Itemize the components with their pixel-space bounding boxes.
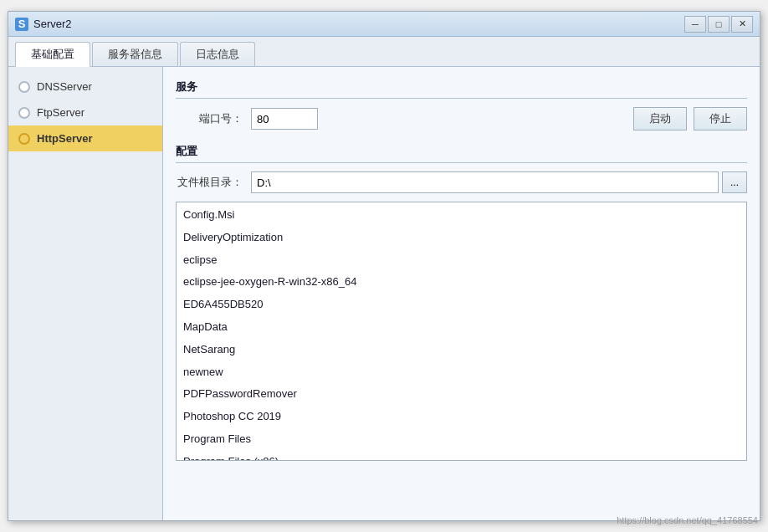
sidebar-dot-dns	[18, 81, 30, 93]
main-window: S Server2 ─ □ ✕ 基础配置 服务器信息 日志信息 DNSServe…	[8, 11, 760, 521]
service-buttons: 启动 停止	[633, 107, 747, 130]
tab-log-info[interactable]: 日志信息	[180, 42, 255, 66]
list-item[interactable]: Program Files	[177, 428, 746, 451]
file-list: Config.MsiDeliveryOptimizationeclipseecl…	[177, 202, 746, 461]
service-section-title: 服务	[176, 79, 747, 99]
window-title: Server2	[33, 18, 684, 30]
stop-button[interactable]: 停止	[694, 107, 747, 130]
tab-basic-config[interactable]: 基础配置	[15, 42, 90, 67]
sidebar-dot-http	[18, 133, 30, 145]
service-section: 服务 端口号： 启动 停止	[176, 79, 747, 130]
window-controls: ─ □ ✕	[684, 16, 753, 33]
path-label: 文件根目录：	[176, 175, 243, 190]
app-icon: S	[15, 18, 28, 31]
sidebar-label-ftp: FtpServer	[37, 106, 84, 119]
list-item[interactable]: eclipse	[177, 249, 746, 272]
port-input[interactable]	[251, 108, 318, 130]
list-item[interactable]: newnew	[177, 361, 746, 384]
minimize-button[interactable]: ─	[684, 16, 706, 33]
list-item[interactable]: PDFPasswordRemover	[177, 383, 746, 406]
list-item[interactable]: Config.Msi	[177, 204, 746, 227]
config-section-title: 配置	[176, 144, 747, 163]
list-item[interactable]: MapData	[177, 316, 746, 339]
sidebar-item-dns[interactable]: DNSServer	[8, 74, 162, 100]
list-item[interactable]: DeliveryOptimization	[177, 227, 746, 249]
port-label: 端口号：	[176, 111, 243, 126]
list-item[interactable]: ED6A455DB520	[177, 294, 746, 316]
list-item[interactable]: NetSarang	[177, 339, 746, 361]
sidebar-item-http[interactable]: HttpServer	[8, 125, 162, 151]
tab-server-info[interactable]: 服务器信息	[92, 42, 178, 66]
sidebar-dot-ftp	[18, 107, 30, 119]
file-list-container[interactable]: Config.MsiDeliveryOptimizationeclipseecl…	[176, 202, 747, 461]
sidebar-label-dns: DNSServer	[37, 80, 92, 93]
sidebar-item-ftp[interactable]: FtpServer	[8, 100, 162, 125]
title-bar: S Server2 ─ □ ✕	[8, 12, 760, 37]
start-button[interactable]: 启动	[633, 107, 687, 130]
sidebar-label-http: HttpServer	[37, 132, 92, 145]
main-content: DNSServer FtpServer HttpServer 服务 端口号：	[8, 67, 760, 520]
port-row: 端口号： 启动 停止	[176, 107, 747, 130]
tab-bar: 基础配置 服务器信息 日志信息	[8, 37, 760, 67]
list-item[interactable]: Photoshop CC 2019	[177, 406, 746, 428]
maximize-button[interactable]: □	[708, 16, 730, 33]
close-button[interactable]: ✕	[731, 16, 753, 33]
browse-button[interactable]: ...	[722, 171, 747, 193]
content-panel: 服务 端口号： 启动 停止 配置 文件根目录： ...	[163, 67, 760, 520]
config-section: 配置 文件根目录： ... Config.MsiDeliveryOptimiza…	[176, 144, 747, 461]
path-input[interactable]	[251, 171, 719, 193]
list-item[interactable]: eclipse-jee-oxygen-R-win32-x86_64	[177, 271, 746, 294]
sidebar: DNSServer FtpServer HttpServer	[8, 67, 163, 520]
path-row: 文件根目录： ...	[176, 171, 747, 193]
list-item[interactable]: Program Files (x86)	[177, 451, 746, 461]
